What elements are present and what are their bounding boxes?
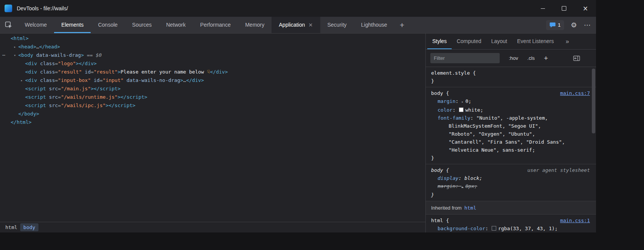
sidebar-pane-toggle-button[interactable] (573, 56, 580, 61)
css-property[interactable]: margin: ▸0; (431, 97, 596, 106)
dom-node[interactable]: <html> (0, 34, 425, 43)
close-button[interactable]: × (575, 0, 596, 17)
rule-selector[interactable]: html {main.css:1 (431, 216, 596, 224)
property-colon: : (470, 115, 476, 121)
dom-node[interactable]: <script src="/wails/ipc.js"></script> (0, 101, 425, 110)
overflow-tabs-icon[interactable]: » (563, 34, 572, 49)
color-swatch-icon[interactable] (459, 107, 463, 112)
feedback-button[interactable]: 1 (546, 20, 564, 30)
code-token: "/main.js" (61, 86, 91, 91)
pseudo-state-toggle[interactable]: :hov (509, 55, 518, 61)
code-token: src (46, 103, 58, 108)
class-toggle[interactable]: .cls (527, 55, 535, 61)
code-token: <body (18, 52, 33, 58)
more-tools-button[interactable]: + (395, 17, 410, 33)
css-property[interactable]: margin: ▸8px; (431, 182, 596, 191)
styles-scrollbar-thumb[interactable] (592, 69, 595, 133)
dom-node[interactable]: ▸<div class="input-box" id="input" data-… (0, 76, 425, 85)
code-token: = (55, 69, 58, 75)
tab-application[interactable]: Application× (272, 17, 320, 33)
dom-node[interactable]: </html> (0, 118, 425, 127)
stylesheet-link[interactable]: main.css:1 (560, 216, 590, 224)
dom-node[interactable]: ⋯▾<body data-wails-drag> == $0 (0, 51, 425, 59)
dom-node[interactable]: <script src="/main.js"></script> (0, 85, 425, 93)
dom-node[interactable]: <script src="/wails/runtime.js"></script… (0, 93, 425, 101)
dom-node[interactable]: <div class="logo"></div> (0, 59, 425, 68)
code-token: "input" (103, 77, 124, 83)
tab-network[interactable]: Network (159, 17, 193, 33)
code-token: src (46, 94, 58, 100)
code-token: <div (25, 77, 37, 83)
close-tab-icon[interactable]: × (308, 17, 313, 33)
stylesheet-link[interactable]: main.css:7 (560, 89, 590, 97)
new-style-rule-button[interactable]: + (544, 54, 548, 62)
rule-selector[interactable]: body {user agent stylesheet (431, 166, 596, 174)
devtools-main: <html>▸<head>…</head>⋯▾<body data-wails-… (0, 34, 596, 232)
tab-lighthouse[interactable]: Lighthouse (354, 17, 395, 33)
tab-label: Security (328, 17, 347, 33)
inherited-node-link[interactable]: html (464, 205, 476, 211)
tab-welcome[interactable]: Welcome (18, 17, 54, 33)
code-token: id (91, 77, 99, 83)
expand-arrow-icon[interactable]: ▸ (19, 76, 24, 85)
code-token: "logo" (58, 61, 76, 66)
property-value: rgba(33, 37, 43, 1); (498, 226, 558, 231)
tab-security[interactable]: Security (320, 17, 354, 33)
window-controls: × (532, 0, 596, 17)
code-token: <script (25, 103, 46, 108)
stylesheet-origin-note: user agent stylesheet (527, 166, 590, 174)
property-name: margin (438, 183, 455, 189)
breadcrumb-item-html[interactable]: html (2, 223, 20, 231)
expand-arrow-icon[interactable]: ▾ (13, 51, 17, 59)
inspect-cursor-icon (5, 21, 13, 29)
styles-filter-input[interactable] (430, 53, 500, 63)
devtools-window: DevTools - file://wails/ × WelcomeElemen… (0, 0, 596, 232)
rule-selector[interactable]: body {main.css:7 (431, 89, 596, 97)
css-property[interactable]: display: block; (431, 174, 596, 182)
code-token: <div (25, 61, 37, 66)
dom-node[interactable]: <div class="result" id="result">Please e… (0, 68, 425, 76)
tab-label: Application (279, 17, 305, 33)
breadcrumb: htmlbody (0, 222, 425, 232)
css-property[interactable]: font-family: "Nunito", -apple-system, (431, 114, 596, 122)
code-token: class (37, 77, 55, 83)
css-property[interactable]: background-color: rgba(33, 37, 43, 1); (431, 224, 596, 232)
property-colon: : (485, 226, 491, 231)
tab-memory[interactable]: Memory (238, 17, 272, 33)
sidebar-tab-layout[interactable]: Layout (486, 34, 512, 49)
customize-menu-icon[interactable]: ⋯ (584, 21, 591, 29)
tab-sources[interactable]: Sources (125, 17, 159, 33)
code-token: src (46, 86, 58, 91)
code-token: data-wails-no-drag (123, 77, 180, 83)
color-swatch-icon[interactable] (492, 226, 496, 231)
breadcrumb-item-body[interactable]: body (20, 223, 38, 231)
expand-shorthand-icon[interactable]: ▸ (462, 100, 463, 104)
tab-label: Performance (200, 17, 231, 33)
rule-selector[interactable]: element.style { (431, 69, 596, 77)
tab-elements[interactable]: Elements (54, 17, 91, 33)
expand-shorthand-icon[interactable]: ▸ (462, 185, 463, 189)
inspect-element-button[interactable] (0, 17, 18, 33)
minimize-button[interactable] (532, 0, 553, 17)
tab-console[interactable]: Console (91, 17, 125, 33)
dom-node[interactable]: </body> (0, 110, 425, 118)
code-token: = (58, 86, 61, 91)
sidebar-tab-styles[interactable]: Styles (427, 34, 452, 49)
tab-label: Elements (61, 17, 83, 33)
tab-performance[interactable]: Performance (193, 17, 238, 33)
sidebar-tab-event-listeners[interactable]: Event Listeners (512, 34, 559, 49)
dom-node[interactable]: ▸<head>…</head> (0, 43, 425, 51)
expand-arrow-icon[interactable]: ▸ (13, 43, 17, 51)
settings-gear-icon[interactable]: ⚙ (571, 21, 577, 29)
css-property[interactable]: color: white; (431, 106, 596, 114)
code-token: == $0 (84, 52, 102, 58)
close-brace: } (431, 191, 596, 199)
node-menu-icon[interactable]: ⋯ (2, 51, 6, 59)
code-token: class (37, 69, 55, 75)
open-brace: { (443, 90, 449, 96)
maximize-button[interactable] (553, 0, 575, 17)
sidebar-tab-computed[interactable]: Computed (452, 34, 486, 49)
code-token: </body> (18, 111, 39, 117)
code-token: = (91, 69, 94, 75)
property-colon: : (455, 183, 462, 189)
